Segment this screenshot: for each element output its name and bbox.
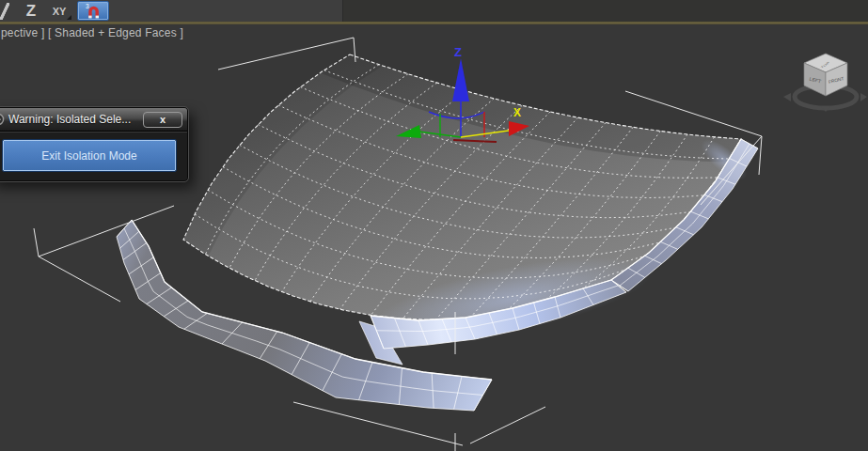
viewcube[interactable]: TOP LEFT FRONT xyxy=(783,54,867,112)
warning-dialog: Warning: Isolated Sele... x Exit Isolati… xyxy=(0,107,188,181)
snaps-toggle-button[interactable]: 3 xyxy=(77,1,109,21)
perspective-viewport[interactable]: pective ] [ Shaded + Edged Faces ] xyxy=(0,24,868,451)
xy-constraint-button[interactable]: XY xyxy=(45,1,73,22)
hood-mesh xyxy=(117,54,758,411)
flyout-corner-icon xyxy=(67,15,71,20)
svg-text:3: 3 xyxy=(86,3,89,9)
z-axis-label: Z xyxy=(454,45,462,59)
partial-toolbar-icon[interactable] xyxy=(0,3,9,20)
dialog-titlebar[interactable]: Warning: Isolated Sele... x xyxy=(0,108,187,132)
x-axis-label: X xyxy=(513,106,521,119)
dialog-close-button[interactable]: x xyxy=(143,112,182,128)
viewcube-ring-arrow-right[interactable] xyxy=(860,93,867,101)
xy-constraint-label: XY xyxy=(53,6,67,17)
z-axis-arrow[interactable] xyxy=(452,58,469,101)
magnet-icon: 3 xyxy=(84,2,103,21)
main-window: Z XY 3 pective ] [ Shaded + Edged Faces … xyxy=(0,0,868,451)
z-constraint-button[interactable]: Z xyxy=(19,1,43,22)
max-logo-icon xyxy=(0,113,5,126)
viewcube-ring-arrow-left[interactable] xyxy=(783,93,791,101)
exit-isolation-button[interactable]: Exit Isolation Mode xyxy=(3,140,176,171)
dialog-body: Exit Isolation Mode xyxy=(0,132,187,180)
axis-constraints-toolbar: Z XY 3 xyxy=(0,0,343,22)
dialog-title: Warning: Isolated Sele... xyxy=(8,113,131,126)
scene-svg: Z X TOP LEFT FRONT xyxy=(0,24,868,451)
